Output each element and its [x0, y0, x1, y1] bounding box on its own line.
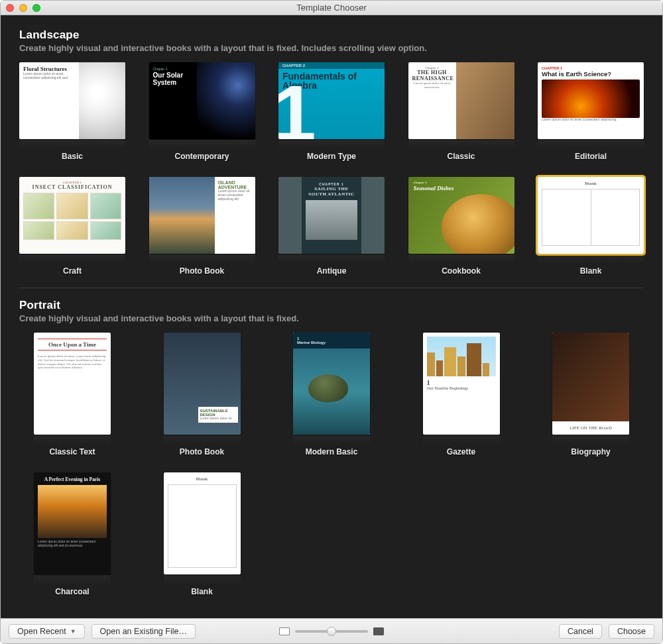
section-divider — [19, 288, 644, 288]
preview-title: SAILING THE SOUTH ATLANTIC — [306, 186, 357, 197]
landscape-title: Landscape — [19, 28, 644, 42]
landscape-section-header: Landscape Create highly visual and inter… — [19, 28, 644, 53]
template-antique[interactable]: CHAPTER 1 SAILING THE SOUTH ATLANTIC Ant… — [278, 177, 385, 276]
preview-title: LIFE ON THE ROAD — [552, 421, 629, 435]
template-label: Photo Book — [149, 266, 255, 276]
choose-button[interactable]: Choose — [609, 624, 654, 639]
landscape-grid: Floral Structures Lorem ipsum dolor sit … — [19, 62, 644, 276]
titlebar: Template Chooser — [1, 1, 662, 15]
preview-title: A Perfect Evening in Paris — [38, 476, 107, 482]
template-label: Blank — [538, 266, 644, 276]
open-existing-label: Open an Existing File… — [100, 627, 187, 636]
template-cookbook[interactable]: Chapter 1Seasonal Dishes Cookbook — [408, 177, 514, 276]
portrait-subtitle: Create highly visual and interactive boo… — [19, 313, 644, 323]
template-label: Editorial — [538, 152, 644, 161]
template-gazette[interactable]: 1Our Humble Beginnings Gazette — [408, 333, 514, 456]
template-contemporary[interactable]: Chapter 1 Our Solar System Contemporary — [149, 62, 255, 161]
template-biography[interactable]: LIFE ON THE ROAD Biography — [538, 333, 644, 456]
template-classic-text[interactable]: Once Upon a Time Lorem ipsum dolor sit a… — [19, 333, 125, 456]
template-classic[interactable]: Chapter 1 THE HIGH RENAISSANCE Lorem ips… — [408, 62, 514, 161]
template-craft[interactable]: CHAPTER 1 INSECT CLASSIFICATION Craft — [19, 177, 125, 276]
template-label: Antique — [278, 266, 385, 276]
template-basic[interactable]: Floral Structures Lorem ipsum dolor sit … — [19, 62, 125, 161]
template-label: Contemporary — [149, 152, 255, 161]
preview-title: Our Humble Beginnings — [427, 386, 469, 390]
template-label: Cookbook — [408, 266, 514, 276]
portrait-section-header: Portrait Create highly visual and intera… — [19, 299, 644, 323]
preview-title: Once Upon a Time — [38, 341, 107, 348]
template-label: Modern Type — [278, 152, 385, 161]
template-editorial[interactable]: CHAPTER 1 What is Earth Science? Lorem i… — [538, 62, 644, 161]
window-title: Template Chooser — [1, 3, 662, 13]
preview-title: INSECT CLASSIFICATION — [23, 184, 121, 190]
template-chooser-window: Template Chooser Landscape Create highly… — [0, 0, 663, 644]
landscape-subtitle: Create highly visual and interactive boo… — [19, 43, 644, 53]
template-blank-landscape[interactable]: Blank Blank — [538, 177, 644, 276]
preview-title: THE HIGH RENAISSANCE — [412, 70, 452, 81]
preview-title: Seasonal Dishes — [414, 185, 454, 191]
footer-toolbar: Open Recent ▼ Open an Existing File… Can… — [1, 618, 662, 643]
template-label: Photo Book — [149, 447, 255, 456]
template-label: Classic — [408, 152, 514, 161]
template-label: Blank — [149, 587, 255, 596]
template-photo-book-portrait[interactable]: SUSTAINABLE DESIGNLorem ipsum dolor sit.… — [149, 333, 255, 456]
small-thumb-icon — [279, 627, 290, 635]
open-recent-button[interactable]: Open Recent ▼ — [9, 624, 85, 639]
chevron-down-icon: ▼ — [70, 628, 76, 635]
large-thumb-icon — [373, 627, 384, 635]
template-photo-book-landscape[interactable]: ISLAND ADVENTURE Lorem ipsum dolor sit a… — [149, 177, 255, 276]
template-scroll-area[interactable]: Landscape Create highly visual and inter… — [1, 15, 662, 618]
template-label: Modern Basic — [278, 447, 385, 456]
preview-title: Our Solar System — [153, 72, 193, 86]
template-label: Basic — [19, 152, 125, 161]
thumbnail-size-slider[interactable] — [295, 630, 368, 633]
portrait-title: Portrait — [19, 299, 644, 312]
template-charcoal[interactable]: A Perfect Evening in Paris Lorem ipsum d… — [19, 472, 125, 596]
preview-title: Blank — [542, 181, 640, 186]
template-blank-portrait[interactable]: Blank Blank — [149, 472, 255, 596]
open-recent-label: Open Recent — [17, 627, 66, 636]
preview-title: Blank — [168, 476, 237, 482]
template-label: Classic Text — [19, 447, 125, 456]
preview-title: ISLAND ADVENTURE — [218, 180, 252, 189]
template-label: Charcoal — [19, 587, 125, 596]
choose-label: Choose — [617, 627, 646, 636]
portrait-grid: Once Upon a Time Lorem ipsum dolor sit a… — [19, 333, 644, 596]
template-modern-basic[interactable]: 1Marine Biology Modern Basic — [278, 333, 385, 456]
template-label: Craft — [19, 266, 125, 276]
template-label: Biography — [538, 447, 644, 456]
preview-chapter: 1 — [427, 379, 430, 386]
template-label: Gazette — [408, 447, 514, 456]
preview-title: Marine Biology — [297, 341, 326, 345]
preview-title: What is Earth Science? — [542, 70, 640, 78]
thumbnail-size-control — [279, 627, 384, 635]
template-modern-type[interactable]: CHAPTER 2 Fundamentals of Algebra 1 Mode… — [278, 62, 385, 161]
open-existing-file-button[interactable]: Open an Existing File… — [91, 624, 196, 639]
cancel-button[interactable]: Cancel — [559, 624, 602, 639]
cancel-label: Cancel — [568, 627, 593, 636]
